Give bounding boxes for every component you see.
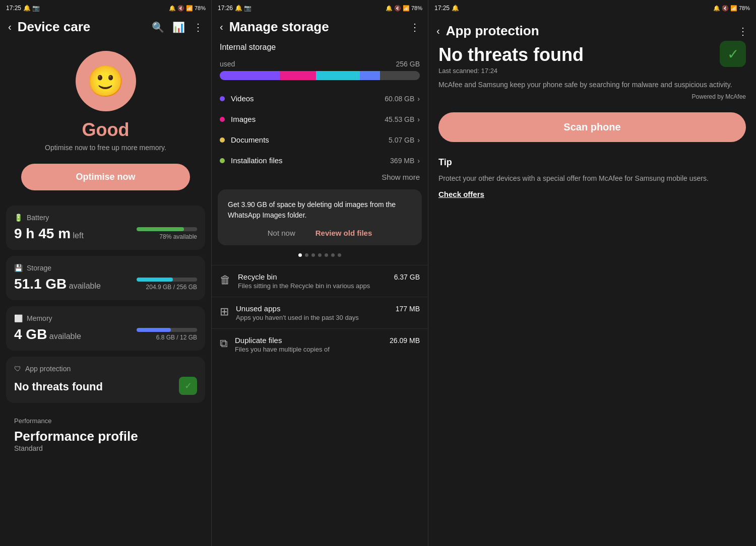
recycle-bin-icon: 🗑 bbox=[220, 274, 231, 287]
panel3-title: App protection bbox=[446, 23, 732, 39]
storage-card: 💾 Storage 51.1 GB available 204.9 GB / 2… bbox=[6, 256, 205, 300]
status-bar-2: 17:26 🔔 📷 🔔 🔇 📶 78% bbox=[212, 0, 428, 16]
shield-badge-icon: ✓ bbox=[179, 377, 197, 395]
back-button-3[interactable]: ‹ bbox=[436, 25, 440, 37]
performance-label: Performance bbox=[14, 417, 197, 425]
last-scanned: Last scanned: 17:24 bbox=[438, 67, 584, 75]
more-button-1[interactable]: ⋮ bbox=[193, 21, 203, 33]
panel-device-care: 17:25 🔔 📷 🔔 🔇 📶 78% ‹ Device care 🔍 📊 ⋮ … bbox=[0, 0, 212, 546]
storage-item-videos[interactable]: Videos 60.08 GB › bbox=[212, 88, 428, 109]
storage-item-images[interactable]: Images 45.53 GB › bbox=[212, 109, 428, 129]
status-time-1: 17:25 🔔 📷 bbox=[6, 5, 40, 12]
optimise-now-button[interactable]: Optimise now bbox=[21, 164, 190, 190]
panel-app-protection: 17:25 🔔 🔔 🔇 📶 78% ‹ App protection ⋮ No … bbox=[428, 0, 756, 546]
battery-progress-bar bbox=[137, 227, 197, 231]
tip-card: Get 3.90 GB of space by deleting old ima… bbox=[218, 189, 422, 245]
search-button-1[interactable]: 🔍 bbox=[152, 21, 164, 33]
dot-6 bbox=[331, 253, 335, 257]
dot-2 bbox=[305, 253, 308, 257]
battery-percent: 78% available bbox=[137, 233, 197, 240]
performance-profile-value: Standard bbox=[14, 444, 197, 452]
storage-detail: 204.9 GB / 256 GB bbox=[137, 284, 197, 291]
status-subtitle: Optimise now to free up more memory. bbox=[0, 144, 211, 152]
not-now-button[interactable]: Not now bbox=[268, 229, 295, 237]
status-good-text: Good bbox=[0, 119, 211, 141]
duplicate-files-icon: ⧉ bbox=[220, 337, 228, 350]
memory-progress-bar bbox=[137, 328, 197, 332]
status-bar-1: 17:25 🔔 📷 🔔 🔇 📶 78% bbox=[0, 0, 212, 16]
dot-images bbox=[220, 117, 225, 122]
memory-card: ⬜ Memory 4 GB available 6.8 GB / 12 GB bbox=[6, 306, 205, 351]
panel-manage-storage: 17:26 🔔 📷 🔔 🔇 📶 78% ‹ Manage storage ⋮ I… bbox=[212, 0, 428, 546]
storage-progress-bar bbox=[137, 278, 197, 282]
panel1-title: Device care bbox=[18, 19, 146, 35]
memory-icon: ⬜ bbox=[14, 314, 23, 322]
performance-profile-title: Performance profile bbox=[14, 429, 197, 444]
threats-section: No threats found Last scanned: 17:24 ✓ bbox=[428, 45, 756, 80]
powered-by-label: Powered by McAfee bbox=[438, 93, 746, 100]
app-protection-card[interactable]: 🛡 App protection No threats found ✓ bbox=[6, 357, 205, 403]
no-threats-text: No threats found bbox=[14, 380, 103, 393]
unused-apps-item[interactable]: ⊞ Unused apps 177 MB Apps you haven't us… bbox=[212, 297, 428, 328]
storage-icon: 💾 bbox=[14, 264, 23, 272]
duplicate-files-item[interactable]: ⧉ Duplicate files 26.09 MB Files you hav… bbox=[212, 328, 428, 360]
tip-card-text: Get 3.90 GB of space by deleting old ima… bbox=[228, 199, 412, 221]
memory-detail: 6.8 GB / 12 GB bbox=[137, 334, 197, 341]
tip-body: Protect your other devices with a specia… bbox=[438, 173, 746, 184]
tip-section: Tip Protect your other devices with a sp… bbox=[428, 157, 756, 199]
storage-value: 51.1 GB bbox=[14, 276, 67, 292]
dot-3 bbox=[311, 253, 315, 257]
status-face-icon: 🙂 bbox=[76, 51, 136, 111]
internal-storage-label: Internal storage bbox=[220, 43, 420, 52]
shield-green-icon: ✓ bbox=[720, 41, 746, 67]
threats-title: No threats found bbox=[438, 45, 584, 65]
protection-description: McAfee and Samsung keep your phone safe … bbox=[438, 80, 746, 90]
more-button-3[interactable]: ⋮ bbox=[738, 25, 748, 37]
scan-phone-button[interactable]: Scan phone bbox=[438, 112, 746, 142]
segment-purple bbox=[220, 71, 280, 80]
storage-item-documents[interactable]: Documents 5.07 GB › bbox=[212, 129, 428, 150]
check-offers-link[interactable]: Check offers bbox=[438, 190, 484, 198]
header-icons-1: 🔍 📊 ⋮ bbox=[152, 21, 203, 33]
more-button-2[interactable]: ⋮ bbox=[410, 21, 420, 33]
battery-value: 9 h 45 m bbox=[14, 226, 71, 241]
panel2-title: Manage storage bbox=[229, 19, 404, 35]
tip-heading: Tip bbox=[438, 157, 746, 168]
battery-icon: 🔋 bbox=[14, 214, 23, 222]
dot-documents bbox=[220, 138, 225, 143]
dot-7 bbox=[338, 253, 341, 257]
dot-videos bbox=[220, 96, 225, 101]
dot-5 bbox=[325, 253, 328, 257]
dot-installation bbox=[220, 158, 225, 163]
recycle-bin-item[interactable]: 🗑 Recycle bin 6.37 GB Files sitting in t… bbox=[212, 265, 428, 297]
segment-pink bbox=[280, 71, 316, 80]
back-button-1[interactable]: ‹ bbox=[8, 21, 12, 33]
shield-icon-small: 🛡 bbox=[14, 365, 21, 373]
review-files-button[interactable]: Review old files bbox=[316, 229, 372, 237]
carousel-dots bbox=[212, 253, 428, 257]
segment-blue bbox=[360, 71, 380, 80]
status-bar-3: 17:25 🔔 🔔 🔇 📶 78% bbox=[428, 0, 756, 16]
segment-teal bbox=[316, 71, 360, 80]
show-more-button[interactable]: Show more bbox=[212, 171, 428, 189]
storage-usage-bar bbox=[220, 71, 420, 80]
back-button-2[interactable]: ‹ bbox=[220, 21, 223, 33]
chart-button-1[interactable]: 📊 bbox=[172, 21, 185, 33]
unused-apps-icon: ⊞ bbox=[220, 305, 229, 318]
storage-bar-section: used 256 GB bbox=[220, 60, 420, 80]
dot-4 bbox=[318, 253, 322, 257]
dot-1 bbox=[298, 253, 302, 257]
battery-card: 🔋 Battery 9 h 45 m left 78% available bbox=[6, 206, 205, 250]
memory-value: 4 GB bbox=[14, 326, 47, 342]
storage-item-installation[interactable]: Installation files 369 MB › bbox=[212, 150, 428, 171]
performance-section: Performance Performance profile Standard bbox=[6, 409, 205, 460]
